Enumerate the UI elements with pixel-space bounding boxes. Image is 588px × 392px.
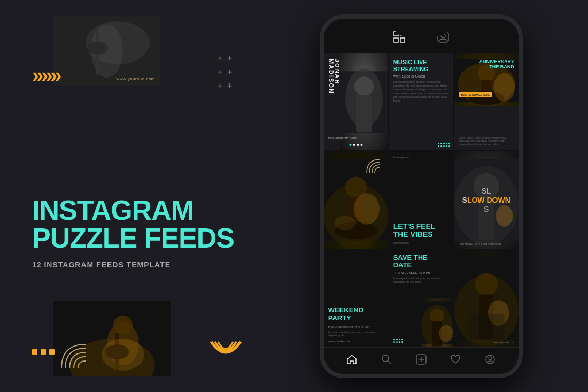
cell5-sub: Lorem ipsum	[393, 241, 449, 244]
phone-mockup: MADISON JONAH With Authentic Band	[320, 14, 523, 378]
plus-3: +	[217, 67, 223, 77]
grid-cell-anniversary: ANNIVERSARY THE BAND YOUR CHANNEL HERE L…	[454, 53, 519, 151]
cell7-title: WEEKEND PARTY	[328, 306, 384, 322]
phone-notch	[394, 24, 448, 36]
cell3-body: Lorem ipsum dolor sit amet, consectetur …	[459, 136, 514, 147]
grid-cell-slowdown: SL SLOW DOWN S FOR MORE INFO VISIT OUR W…	[454, 151, 519, 249]
grid-cell-madison: MADISON JONAH With Authentic Band	[324, 53, 388, 151]
svg-point-27	[493, 73, 515, 101]
plus-decorations: + + + + + +	[217, 53, 233, 91]
cell8-title: SAVE THE DATE	[393, 254, 449, 270]
add-icon[interactable]	[416, 354, 427, 367]
orange-dots	[32, 349, 55, 355]
grid-cell-band-photo	[324, 151, 388, 249]
main-title-area: INSTAGRAM PUZZLE FEEDS 12 INSTAGRAM FEED…	[32, 196, 234, 269]
grid-cell-vibes: Lorem ipsum LET'S FEEL THE VIBES Lorem i…	[389, 151, 453, 249]
cell1-subtitle: With Authentic Band	[328, 136, 357, 140]
top-photo: www.yoursite.com	[53, 16, 160, 86]
grid-cell-music-streaming: MUSIC LIVE STREAMING With Special Guest …	[389, 53, 453, 151]
cell6-footer: FOR MORE INFO VISIT OUR WEB	[459, 242, 501, 245]
cell1-photo	[340, 53, 388, 151]
svg-point-33	[354, 193, 380, 225]
cell7-url: www.yoursite.com	[328, 340, 384, 343]
plus-5: +	[217, 81, 223, 91]
cell1-vertical-text: MADISON JONAH	[328, 59, 340, 94]
cell3-badge: YOUR CHANNEL HERE	[459, 92, 492, 97]
svg-point-57	[489, 357, 492, 360]
cell9-url: www.yoursite.com	[493, 341, 515, 344]
svg-rect-15	[400, 38, 405, 42]
cell5-title: LET'S FEEL THE VIBES	[393, 222, 449, 239]
svg-point-8	[113, 316, 133, 335]
svg-line-52	[388, 361, 391, 364]
website-url-top: www.yoursite.com	[117, 76, 155, 81]
search-icon[interactable]	[381, 354, 392, 367]
subtitle: 12 INSTAGRAM FEEDS TEMPLATE	[32, 260, 234, 269]
plus-1: +	[217, 53, 223, 63]
cell2-body: Lorem ipsum dolor sit amet, consectetur …	[393, 80, 449, 103]
plus-2: +	[227, 53, 233, 63]
cell8-dot-pattern	[393, 339, 403, 343]
puzzle-feeds-title: PUZZLE FEEDS	[32, 224, 234, 252]
semicircle-decoration	[208, 339, 243, 363]
cell1-pagination-dots	[349, 144, 362, 146]
grid-cell-concert: www.yoursite.com	[454, 250, 519, 347]
cell8-time: THIS WEEKEND AT 9 PM	[393, 271, 449, 274]
left-panel: www.yoursite.com + + + + + + »»» INSTAGR…	[21, 11, 275, 381]
right-panel: MADISON JONAH With Authentic Band	[275, 6, 567, 386]
profile-icon-bottom[interactable]	[485, 354, 496, 367]
heart-icon[interactable]	[450, 354, 461, 367]
cell4-arcs	[364, 157, 383, 178]
cell8-body: Lorem ipsum dolor sit amet, consectetur …	[393, 276, 449, 283]
main-container: www.yoursite.com + + + + + + »»» INSTAGR…	[0, 0, 588, 392]
plus-6: +	[227, 81, 233, 91]
cell7-body: FOR MORE INFO VISIT OUR WEB Lorem ipsum …	[328, 324, 384, 337]
svg-rect-21	[356, 95, 372, 132]
cell2-subtitle: With Special Guest	[393, 74, 449, 78]
svg-point-20	[354, 76, 374, 96]
instagram-title: INSTAGRAM	[32, 196, 234, 224]
cell5-lorem: Lorem ipsum	[393, 156, 409, 159]
cell2-title: MUSIC LIVE STREAMING	[393, 59, 449, 73]
svg-point-11	[102, 339, 144, 371]
grid-cell-weekend-party: WEEKEND PARTY FOR MORE INFO VISIT OUR WE…	[324, 250, 388, 347]
bottom-photo	[53, 301, 171, 376]
arrow-decoration: »»»	[32, 64, 59, 87]
plus-4: +	[227, 67, 233, 77]
instagram-grid: MADISON JONAH With Authentic Band	[324, 53, 519, 347]
phone-screen: MADISON JONAH With Authentic Band	[324, 19, 519, 374]
svg-point-42	[430, 308, 444, 322]
svg-point-4	[87, 42, 108, 55]
svg-point-44	[439, 325, 453, 342]
home-icon[interactable]	[346, 354, 357, 367]
cell8-photo	[421, 298, 453, 347]
svg-point-34	[335, 216, 356, 230]
cell2-dot-pattern	[438, 143, 450, 147]
svg-rect-50	[468, 314, 504, 340]
svg-rect-14	[394, 38, 398, 42]
bottom-arcs-decoration	[59, 342, 88, 373]
cell6-overlay-text: SL SLOW DOWN S	[462, 187, 510, 213]
grid-cell-save-date: SAVE THE DATE THIS WEEKEND AT 9 PM Lorem…	[389, 250, 453, 347]
svg-point-51	[382, 355, 389, 362]
instagram-bottombar	[324, 347, 519, 374]
guitar-photo-bg	[53, 16, 160, 86]
cell3-title: ANNIVERSARY THE BAND	[479, 59, 514, 71]
svg-point-47	[475, 273, 498, 296]
